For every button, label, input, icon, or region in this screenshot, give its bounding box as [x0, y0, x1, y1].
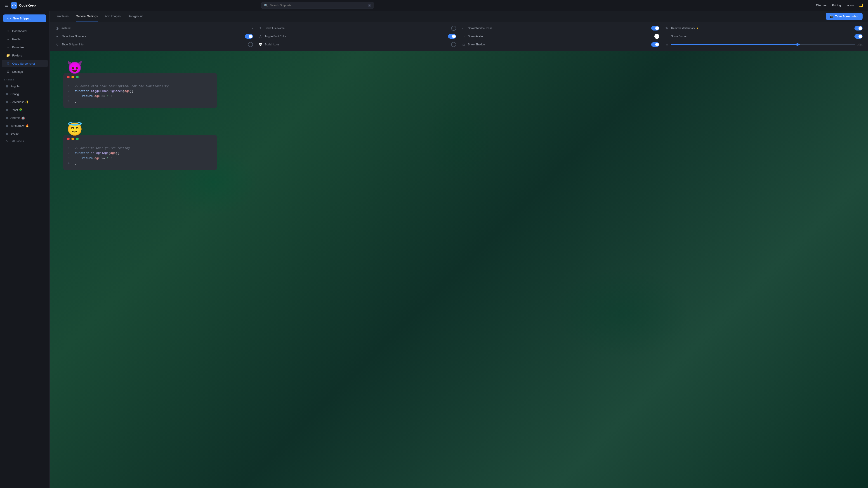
- label-dot: [6, 101, 8, 103]
- show-border-setting: ▭ Show Border: [665, 34, 863, 39]
- sidebar-item-label: Profile: [12, 37, 21, 41]
- label-dot: [6, 117, 8, 119]
- theme-toggle-button[interactable]: 🌙: [859, 3, 864, 7]
- sidebar-item-settings[interactable]: ⚙ Settings: [2, 68, 48, 75]
- line-number: 4: [68, 161, 71, 166]
- search-bar[interactable]: 🔍 /: [261, 2, 374, 9]
- new-snippet-button[interactable]: </> New Snippet: [3, 14, 46, 22]
- discover-link[interactable]: Discover: [816, 4, 828, 7]
- tab-background[interactable]: Background: [128, 11, 143, 22]
- screenshot-btn-label: Take Screenshot: [835, 15, 859, 18]
- search-icon: 🔍: [264, 4, 268, 7]
- sidebar-item-label: Favorites: [12, 46, 24, 49]
- hamburger-button[interactable]: ☰: [4, 3, 8, 8]
- tab-add-images[interactable]: Add Images: [105, 11, 121, 22]
- avatar-icon: ○: [462, 35, 466, 38]
- theme-setting: ◑ material ▾: [55, 26, 253, 31]
- line-number: 1: [68, 146, 71, 151]
- sidebar-label-angular[interactable]: Angular: [2, 83, 48, 90]
- label-dot: [6, 125, 8, 127]
- dot-red-1: [67, 76, 70, 78]
- label-text: Tensorflow 🔥: [10, 124, 29, 127]
- show-line-numbers-toggle[interactable]: [245, 34, 253, 39]
- toggle-font-color-label: Toggle Font Color: [265, 35, 446, 38]
- code-content: // describe what you're testing: [75, 146, 130, 151]
- line-number: 2: [68, 151, 71, 156]
- folders-icon: 📁: [6, 54, 10, 57]
- theme-icon: ◑: [55, 26, 59, 30]
- code-line: 1 // names with code description, not th…: [68, 84, 213, 89]
- sidebar-label-serverless[interactable]: Serverless ✨: [2, 98, 48, 106]
- premium-star: ★: [696, 27, 699, 30]
- sidebar-item-label: Dashboard: [12, 29, 27, 33]
- theme-value: material: [61, 27, 249, 30]
- code-content: }: [75, 99, 77, 104]
- sidebar-label-android[interactable]: Android 🤖: [2, 114, 48, 122]
- label-dot: [6, 85, 8, 88]
- show-snippet-info-toggle[interactable]: [248, 42, 253, 47]
- sidebar-item-code-screenshot[interactable]: ⚙ Code Screenshot: [2, 60, 48, 67]
- label-text: Serverless ✨: [10, 100, 29, 104]
- code-line: 2 function isLegalAge(age){: [68, 151, 213, 156]
- sidebar-label-config[interactable]: Config: [2, 90, 48, 98]
- show-shadow-toggle[interactable]: [651, 42, 659, 47]
- show-avatar-toggle[interactable]: [654, 34, 659, 39]
- new-snippet-icon: </>: [7, 17, 11, 20]
- code-content: function biggerThanEighteen(age){: [75, 89, 133, 94]
- social-icons-toggle[interactable]: [451, 42, 456, 47]
- code-card-good: 😇 1 // describe what you're testing: [63, 122, 217, 170]
- border-radius-slider[interactable]: [671, 44, 855, 45]
- code-line: 2 function biggerThanEighteen(age){: [68, 89, 213, 94]
- toggle-font-color-toggle[interactable]: [448, 34, 456, 39]
- search-input[interactable]: [270, 4, 366, 7]
- edit-labels-button[interactable]: ✎ Edit Labels: [2, 138, 48, 144]
- sidebar-label-react[interactable]: React 🧩: [2, 106, 48, 113]
- social-icons-icon: 💬: [258, 43, 262, 46]
- app-name: CodeKeep: [19, 3, 36, 7]
- logout-link[interactable]: Logout: [845, 4, 855, 7]
- code-content: return age >= 18;: [75, 156, 112, 161]
- code-content: function isLegalAge(age){: [75, 151, 119, 156]
- show-border-toggle[interactable]: [855, 34, 863, 39]
- dot-yellow-2: [71, 138, 74, 140]
- tab-templates[interactable]: Templates: [55, 11, 68, 22]
- label-text: Svelte: [10, 132, 19, 135]
- take-screenshot-button[interactable]: 📷 Take Screenshot: [826, 13, 863, 20]
- remove-watermark-label: Remove Watermark ★: [671, 27, 852, 30]
- show-file-name-setting: T Show File Name: [258, 26, 456, 31]
- border-radius-icon: ▭: [665, 43, 669, 46]
- label-text: Android 🤖: [10, 116, 25, 120]
- dot-red-2: [67, 138, 70, 140]
- code-line: 4 }: [68, 99, 213, 104]
- label-text: Angular: [10, 85, 21, 88]
- show-border-label: Show Border: [671, 35, 852, 38]
- show-window-icons-toggle[interactable]: [651, 26, 659, 31]
- content-area: Templates General Settings Add Images Ba…: [50, 11, 868, 488]
- social-icons-label: Social Icons: [265, 43, 449, 46]
- sidebar-item-folders[interactable]: 📁 Folders: [2, 52, 48, 59]
- window-controls-2: [63, 135, 217, 143]
- show-shadow-setting: □ Show Shadow: [462, 42, 659, 47]
- sidebar-item-favorites[interactable]: ♡ Favorites: [2, 43, 48, 51]
- show-file-name-toggle[interactable]: [451, 26, 456, 31]
- angel-emoji: 😇: [67, 122, 83, 137]
- label-dot: [6, 109, 8, 111]
- sidebar-label-svelte[interactable]: Svelte: [2, 130, 48, 137]
- remove-watermark-setting: Tr Remove Watermark ★: [665, 26, 863, 31]
- new-snippet-label: New Snippet: [13, 17, 31, 20]
- camera-icon: 📷: [830, 15, 833, 18]
- code-line: 3 return age >= 18;: [68, 94, 213, 99]
- remove-watermark-toggle[interactable]: [855, 26, 863, 31]
- sidebar-label-tensorflow[interactable]: Tensorflow 🔥: [2, 122, 48, 129]
- pricing-link[interactable]: Pricing: [832, 4, 841, 7]
- shadow-icon: □: [462, 43, 466, 46]
- tab-general-settings[interactable]: General Settings: [76, 11, 98, 22]
- theme-dropdown-arrow[interactable]: ▾: [252, 27, 253, 30]
- show-window-icons-setting: ▭ Show Window Icons: [462, 26, 659, 31]
- show-file-name-label: Show File Name: [265, 27, 449, 30]
- app-logo: </> CodeKeep: [11, 2, 36, 8]
- sidebar-item-dashboard[interactable]: ⊞ Dashboard: [2, 27, 48, 35]
- settings-bar: ◑ material ▾ T Show File Name ▭ Show Win…: [50, 22, 868, 51]
- sidebar-item-profile[interactable]: ○ Profile: [2, 35, 48, 43]
- toggle-font-color-setting: A Toggle Font Color: [258, 34, 456, 39]
